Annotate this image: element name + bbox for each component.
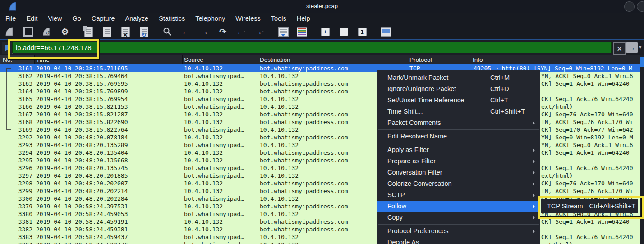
packet-row-3161[interactable]: 31612019-04-10 20:38:15.71169510.4.10.13… (0, 64, 640, 72)
packet-row-3292[interactable]: 32922019-04-10 20:48:20.07818410.4.10.13… (0, 134, 640, 141)
packet-row-3168[interactable]: 31682019-04-10 20:38:15.82269010.4.10.13… (0, 118, 640, 126)
menu-file[interactable]: File (5, 15, 16, 22)
packet-time: 2019-04-10 20:58:24.522476 (36, 241, 128, 244)
save-file-icon[interactable] (101, 26, 113, 37)
packet-source: 10.4.10.132 (184, 218, 223, 226)
context-menu-item-copy[interactable]: Copy (377, 212, 540, 223)
column-header-info[interactable]: Info (473, 55, 483, 64)
packet-row-3296[interactable]: 32962019-04-10 20:48:20.135745bot.whatis… (0, 164, 640, 172)
packet-row-3164[interactable]: 31642019-04-10 20:38:15.76989910.4.10.13… (0, 87, 640, 95)
context-menu-item-label: Edit Resolved Name (387, 133, 447, 140)
context-menu-item-time-shift[interactable]: Time Shift…Ctrl+Shift+T (377, 106, 540, 117)
packet-row-3298[interactable]: 32982019-04-10 20:48:20.20200710.4.10.13… (0, 180, 640, 187)
menu-capture[interactable]: Capture (92, 15, 115, 22)
colorize-icon[interactable] (296, 26, 308, 37)
context-menu-item-packet-comments[interactable]: Packet Comments (377, 117, 540, 129)
packet-row-3383[interactable]: 33832019-04-10 20:58:24.459437bot.whatis… (0, 233, 640, 241)
scrollbar-thumb[interactable] (640, 57, 644, 67)
packet-source: bot.whatismyipad… (184, 233, 244, 241)
zoom-in-icon[interactable]: + (319, 26, 331, 37)
packet-source: 10.4.10.132 (184, 180, 223, 187)
menu-separator (378, 143, 539, 143)
packet-row-3163[interactable]: 31632019-04-10 20:38:15.76959510.4.10.13… (0, 80, 640, 87)
packet-source: bot.whatismyipad… (184, 126, 244, 134)
restart-capture-icon[interactable]: ↺ (41, 26, 52, 37)
packet-row-3297[interactable]: 32972019-04-10 20:48:20.201885bot.whatis… (0, 172, 640, 180)
menu-telephony[interactable]: Telephony (195, 15, 225, 22)
capture-options-icon[interactable]: ⚙ (59, 26, 71, 37)
menu-analyze[interactable]: Analyze (125, 15, 149, 22)
next-packet-icon[interactable]: →· (254, 26, 266, 37)
context-menu-item-apply-as-filter[interactable]: Apply as Filter (377, 144, 540, 156)
column-header-time[interactable]: Time (36, 55, 50, 64)
context-menu-item-conversation-filter[interactable]: Conversation Filter (377, 167, 540, 178)
packet-time: 2019-04-10 20:48:20.202007 (36, 180, 128, 187)
go-back-icon[interactable]: ← (180, 26, 192, 37)
menu-edit[interactable]: Edit (26, 15, 37, 22)
packet-destination: bot.whatismyipaddress.com (260, 157, 348, 164)
column-header-source[interactable]: Source (184, 55, 203, 64)
context-menu-item-protocol-preferences[interactable]: Protocol Preferences (377, 226, 540, 237)
open-file-icon[interactable] (83, 26, 94, 37)
display-filter-input[interactable]: ip.addr==66.171.248.178 (12, 42, 612, 53)
go-forward-icon[interactable]: → (198, 26, 210, 37)
packet-source: 10.4.10.132 (184, 80, 223, 87)
packet-info-fragment: YN, ACK] Seq=0 Ack=1 Win=6 (541, 141, 633, 149)
packet-row-3169[interactable]: 31692019-04-10 20:38:15.822764bot.whatis… (0, 126, 640, 134)
context-menu-item-decode-as[interactable]: Decode As… (377, 237, 540, 244)
packet-row-3166[interactable]: 31662019-04-10 20:38:15.821153bot.whatis… (0, 103, 640, 110)
packet-row-3299[interactable]: 32992019-04-10 20:48:20.20221410.4.10.13… (0, 187, 640, 195)
packet-row-3295[interactable]: 32952019-04-10 20:48:20.13566810.4.10.13… (0, 157, 640, 164)
menu-help[interactable]: Help (297, 15, 310, 22)
menu-tools[interactable]: Tools (271, 15, 286, 22)
submenu-item-tcp-stream[interactable]: TCP Stream (547, 203, 583, 210)
filter-apply-button[interactable]: → (626, 42, 638, 53)
packet-row-3162[interactable]: 31622019-04-10 20:38:15.769464bot.whatis… (0, 72, 640, 80)
packet-row-3294[interactable]: 32942019-04-10 20:48:20.13540410.4.10.13… (0, 149, 640, 157)
window-minimize-button[interactable] (624, 1, 635, 12)
context-menu-item-sctp[interactable]: SCTP (377, 189, 540, 201)
packet-time: 2019-04-10 20:38:15.711695 (36, 64, 128, 72)
zoom-original-icon[interactable]: 1 (356, 26, 368, 37)
close-capture-icon[interactable]: ✕ (120, 26, 131, 37)
packet-row-3384[interactable]: 33842019-04-10 20:58:24.522476bot.whatis… (0, 241, 640, 244)
menu-statistics[interactable]: Statistics (159, 15, 185, 22)
previous-packet-icon[interactable]: ←· (235, 26, 247, 37)
context-menu-item-edit-resolved-name[interactable]: Edit Resolved Name (377, 131, 540, 142)
packet-row-3167[interactable]: 31672019-04-10 20:38:15.82128710.4.10.13… (0, 110, 640, 118)
submenu-arrow-icon (533, 121, 535, 125)
packet-row-3381[interactable]: 33812019-04-10 20:58:24.45919110.4.10.13… (0, 218, 640, 226)
menu-view[interactable]: View (48, 15, 62, 22)
packet-time: 2019-04-10 20:38:15.769595 (36, 80, 128, 87)
menu-wireless[interactable]: Wireless (235, 15, 261, 22)
auto-scroll-icon[interactable] (277, 26, 289, 37)
packet-row-3382[interactable]: 33822019-04-10 20:58:24.45938110.4.10.13… (0, 226, 640, 233)
window-maximize-button[interactable] (637, 1, 644, 12)
context-menu-item-set-unset-time-reference[interactable]: Set/Unset Time ReferenceCtrl+T (377, 95, 540, 106)
vertical-scrollbar[interactable] (640, 55, 644, 244)
filter-dropdown-icon[interactable]: ▾ (639, 44, 642, 50)
column-header-no[interactable]: No. (3, 55, 12, 64)
find-packet-icon[interactable] (161, 26, 173, 37)
context-menu-item-follow[interactable]: Follow (377, 201, 540, 212)
reload-file-icon[interactable]: ↻ (138, 26, 150, 37)
column-header-protocol[interactable]: Protocol (409, 55, 432, 64)
start-capture-icon[interactable] (4, 26, 15, 37)
context-menu-item-colorize-conversation[interactable]: Colorize Conversation (377, 178, 540, 189)
context-menu-item-prepare-as-filter[interactable]: Prepare as Filter (377, 156, 540, 167)
context-menu-item-mark-unmark-packet[interactable]: Mark/Unmark PacketCtrl+M (377, 72, 540, 83)
context-menu-item-ignore-unignore-packet[interactable]: Ignore/Unignore PacketCtrl+D (377, 83, 540, 95)
packet-number: 3298 (13, 180, 32, 187)
menu-go[interactable]: Go (73, 15, 81, 22)
go-to-packet-icon[interactable]: ↷ (217, 26, 229, 37)
packet-time: 2019-04-10 20:58:24.459381 (36, 226, 128, 233)
filter-bookmark-button[interactable] (2, 42, 13, 54)
packet-number: 3161 (13, 64, 32, 72)
packet-row-3293[interactable]: 32932019-04-10 20:48:20.135289bot.whatis… (0, 141, 640, 149)
zoom-out-icon[interactable]: − (338, 26, 350, 37)
column-header-destination[interactable]: Destination (260, 55, 290, 64)
filter-clear-button[interactable]: ✕ (613, 42, 626, 55)
stop-capture-icon[interactable] (22, 26, 34, 37)
packet-row-3165[interactable]: 31652019-04-10 20:38:15.769954bot.whatis… (0, 95, 640, 103)
resize-columns-icon[interactable] (380, 26, 391, 37)
